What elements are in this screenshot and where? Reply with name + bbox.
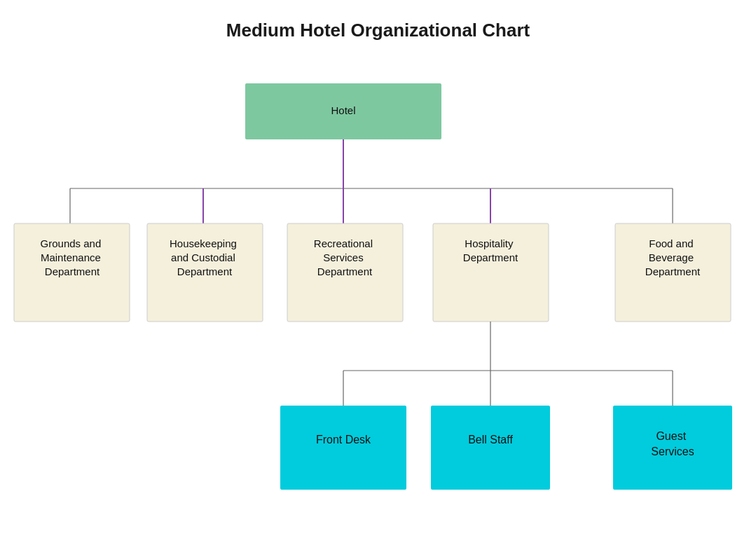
node-hospitality: Hospitality Department [433, 223, 549, 322]
page-title: Medium Hotel Organizational Chart [226, 20, 530, 41]
node-grounds-label: Grounds and Maintenance Department [41, 237, 104, 277]
node-housekeeping-label: Housekeeping and Custodial Department [170, 237, 240, 277]
node-bell-staff-label: Bell Staff [468, 434, 513, 446]
node-front-desk: Front Desk [280, 406, 406, 490]
svg-rect-19 [431, 406, 550, 490]
node-recreational: Recreational Services Department [287, 223, 403, 322]
node-hotel: Hotel [245, 83, 441, 139]
node-front-desk-label: Front Desk [316, 434, 371, 446]
org-chart: Hotel Grounds and Maintenance Department… [0, 55, 756, 538]
node-food-beverage: Food and Beverage Department [615, 223, 731, 322]
node-grounds: Grounds and Maintenance Department [14, 223, 130, 322]
node-bell-staff: Bell Staff [431, 406, 550, 490]
node-guest-services: Guest Services [613, 406, 732, 490]
node-hotel-label: Hotel [331, 104, 355, 116]
node-housekeeping: Housekeeping and Custodial Department [147, 223, 263, 322]
node-food-beverage-label: Food and Beverage Department [645, 237, 701, 277]
svg-rect-18 [280, 406, 406, 490]
